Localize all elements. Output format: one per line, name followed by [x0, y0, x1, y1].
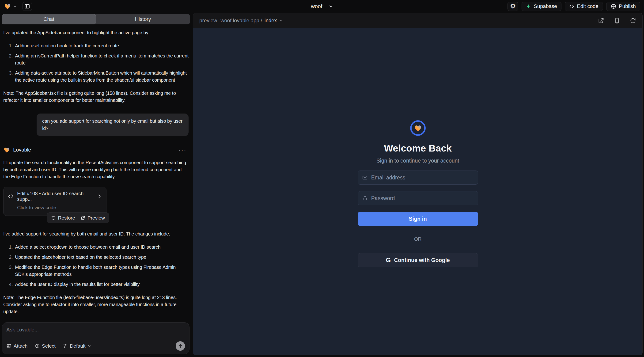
email-input[interactable] — [371, 174, 474, 181]
app-logo — [410, 120, 426, 136]
or-divider: OR — [358, 236, 478, 242]
chevron-down-icon — [88, 344, 91, 348]
attach-label: Attach — [14, 343, 28, 349]
project-name: woof — [311, 3, 322, 10]
auth-title: Welcome Back — [384, 143, 452, 154]
send-button[interactable] — [176, 341, 185, 351]
assistant-name: Lovable — [13, 147, 31, 153]
list-item: Added a select dropdown to choose betwee… — [14, 244, 188, 250]
sliders-icon — [62, 344, 68, 348]
tab-history[interactable]: History — [96, 14, 190, 24]
external-link-icon — [598, 17, 604, 24]
password-field[interactable] — [358, 191, 478, 205]
edit-card-title: Edit #108 • Add user ID search supp... — [17, 191, 94, 202]
sidebar-toggle-button[interactable] — [22, 2, 32, 11]
refresh-button[interactable] — [630, 17, 636, 24]
mode-label: Default — [70, 343, 86, 349]
arrow-up-icon — [178, 344, 183, 348]
message-menu-icon[interactable]: ··· — [178, 146, 187, 154]
image-plus-icon — [6, 344, 12, 348]
chevron-down-icon — [279, 19, 283, 23]
assistant-message: I've added support for searching by both… — [3, 230, 188, 237]
preview-button[interactable]: Preview — [81, 215, 105, 221]
lock-icon — [362, 196, 368, 201]
composer: Attach Select Default — [2, 322, 190, 354]
assistant-list: Added a select dropdown to choose betwee… — [3, 244, 188, 288]
chevron-right-icon — [97, 194, 102, 199]
supabase-bolt-icon — [526, 4, 531, 9]
chevron-down-icon — [328, 4, 333, 9]
preview-viewport: Welcome Back Sign in to continue to your… — [193, 28, 642, 355]
edit-card-subtitle: Click to view code — [17, 205, 102, 210]
restore-icon — [51, 216, 56, 220]
password-input[interactable] — [371, 195, 474, 202]
edit-code-label: Edit code — [577, 3, 598, 10]
list-item: Modified the Edge Function to handle bot… — [14, 264, 188, 278]
tab-chat[interactable]: Chat — [2, 14, 96, 24]
preview-header: preview--woof.lovable.app / index — [193, 13, 642, 28]
publish-label: Publish — [619, 3, 636, 10]
lovable-logo-menu[interactable] — [4, 2, 17, 10]
restore-label: Restore — [58, 215, 75, 221]
preview-label: Preview — [88, 215, 105, 221]
topbar: woof ⚙ Supabase Edit code Publish — [0, 0, 644, 13]
auth-subtitle: Sign in to continue to your account — [376, 158, 459, 164]
panel-layout-icon — [24, 4, 30, 9]
target-icon — [35, 344, 40, 348]
list-item: Added the user ID display in the results… — [14, 281, 188, 288]
supabase-button[interactable]: Supabase — [522, 2, 562, 11]
divider-line — [426, 239, 478, 239]
preview-url-dropdown[interactable]: preview--woof.lovable.app / index — [199, 18, 283, 24]
publish-button[interactable]: Publish — [606, 2, 640, 11]
list-item: Adding data-active attribute to SidebarM… — [14, 70, 188, 84]
assistant-message: I've updated the AppSidebar component to… — [3, 29, 188, 36]
code-brackets-icon — [8, 193, 14, 200]
list-item: Updated the placeholder text based on th… — [14, 254, 188, 260]
edit-code-button[interactable]: Edit code — [565, 2, 603, 11]
external-link-icon — [81, 216, 85, 220]
user-message-bubble: can you add support for searching not on… — [36, 114, 188, 136]
attach-button[interactable]: Attach — [6, 343, 28, 349]
chat-input[interactable] — [6, 327, 185, 333]
assistant-message: I'll update the search functionality in … — [3, 159, 188, 180]
assistant-header: Lovable ··· — [3, 146, 188, 154]
chat-history-tabs: Chat History — [2, 14, 190, 24]
open-in-new-tab-button[interactable] — [598, 17, 604, 24]
preview-panel: preview--woof.lovable.app / index — [193, 13, 642, 355]
mobile-phone-icon — [614, 17, 620, 24]
sign-in-button[interactable]: Sign in — [358, 212, 478, 226]
mode-dropdown[interactable]: Default — [62, 343, 92, 349]
settings-button[interactable]: ⚙ — [508, 2, 518, 11]
preview-url-host: preview--woof.lovable.app / — [199, 18, 262, 24]
gear-icon: ⚙ — [510, 3, 516, 10]
restore-button[interactable]: Restore — [51, 215, 75, 221]
google-label: Continue with Google — [394, 257, 450, 264]
chat-messages: I've updated the AppSidebar component to… — [0, 24, 192, 319]
code-brackets-icon — [569, 4, 574, 9]
assistant-list: Adding useLocation hook to track the cur… — [3, 42, 188, 84]
chevron-down-icon — [13, 4, 17, 8]
select-label: Select — [42, 343, 56, 349]
lovable-heart-icon — [4, 2, 11, 10]
globe-icon — [611, 4, 616, 9]
list-item: Adding an isCurrentPath helper function … — [14, 52, 188, 66]
assistant-note: Note: The AppSidebar.tsx file is getting… — [3, 90, 188, 104]
envelope-icon — [362, 175, 368, 180]
preview-url-page: index — [264, 18, 277, 24]
mobile-view-button[interactable] — [614, 17, 620, 24]
edit-version-card[interactable]: Edit #108 • Add user ID search supp... C… — [3, 187, 106, 216]
divider-line — [358, 239, 410, 239]
google-g-icon: G — [386, 256, 391, 264]
google-sign-in-button[interactable]: G Continue with Google — [358, 253, 478, 267]
assistant-note: Note: The Edge Function file (fetch-fire… — [3, 294, 188, 315]
email-field[interactable] — [358, 170, 478, 184]
project-switcher[interactable]: woof — [311, 0, 333, 13]
version-actions: Restore Preview — [47, 212, 109, 223]
list-item: Adding useLocation hook to track the cur… — [14, 42, 188, 49]
chat-panel: Chat History I've updated the AppSidebar… — [0, 13, 192, 357]
supabase-label: Supabase — [534, 3, 557, 10]
select-button[interactable]: Select — [35, 343, 56, 349]
refresh-icon — [630, 17, 636, 24]
lovable-avatar — [3, 146, 10, 154]
or-label: OR — [414, 236, 422, 242]
